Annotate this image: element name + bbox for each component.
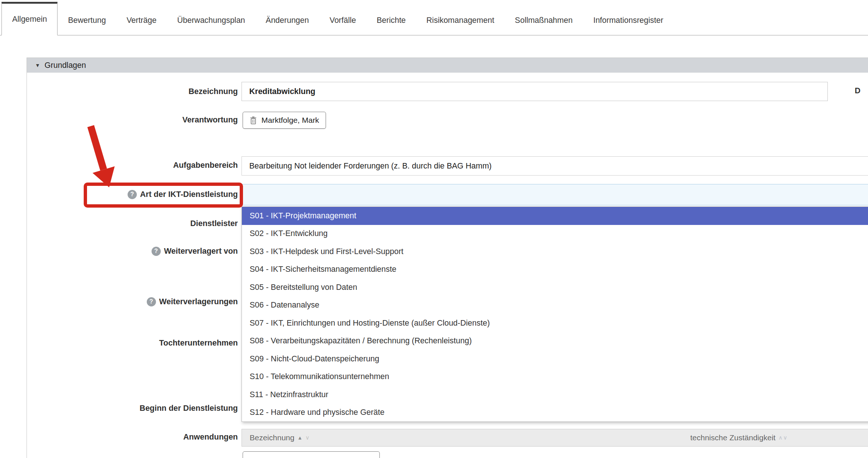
help-icon[interactable]: ?: [152, 247, 161, 256]
grundlagen-section-header[interactable]: ▼ Grundlagen: [27, 58, 868, 73]
screen: Allgemein Bewertung Verträge Überwachung…: [0, 0, 868, 458]
weiterverlagerungen-label: ? Weiterverlagerungen: [76, 296, 238, 307]
aufgabenbereich-input[interactable]: Bearbeitung Not leidender Forderungen (z…: [242, 156, 868, 176]
tab-berichte[interactable]: Berichte: [366, 6, 416, 35]
sort-asc-icon[interactable]: ▲: [297, 435, 302, 441]
verantwortung-chip[interactable]: Marktfolge, Mark: [243, 112, 326, 129]
trash-icon[interactable]: [250, 116, 257, 125]
bezeichnung-label-text: Bezeichnung: [188, 87, 238, 96]
column-header-bezeichnung[interactable]: Bezeichnung ▲ ∨: [242, 433, 309, 442]
anwendungen-label-text: Anwendungen: [183, 433, 238, 442]
dropdown-option[interactable]: S11 - Netzinfrastruktur: [242, 386, 868, 404]
dropdown-option[interactable]: S10 - Telekommunikationsunternehmen: [242, 368, 868, 386]
column-header-label: technische Zuständigkeit: [690, 433, 775, 442]
tab-vertraege[interactable]: Verträge: [116, 6, 167, 35]
tochterunternehmen-label-text: Tochterunternehmen: [159, 339, 238, 348]
verantwortung-label: Verantwortung: [76, 115, 238, 125]
tab-bar: Allgemein Bewertung Verträge Überwachung…: [0, 0, 868, 35]
art-ikt-label-text: Art der IKT-Dienstleistung: [140, 190, 238, 199]
bezeichnung-label: Bezeichnung: [76, 86, 238, 97]
beginn-der-dienstleistung-label: Beginn der Dienstleistung: [76, 403, 238, 413]
dienstleister-label-text: Dienstleister: [190, 219, 238, 228]
collapse-triangle-icon: ▼: [35, 62, 40, 68]
tochterunternehmen-label: Tochterunternehmen: [76, 338, 238, 348]
anwendungen-label: Anwendungen: [76, 432, 238, 442]
dropdown-option[interactable]: S05 - Bereitstellung von Daten: [242, 278, 868, 296]
bezeichnung-input[interactable]: [242, 82, 828, 101]
dropdown-option[interactable]: S12 - Hardware und physische Geräte: [242, 404, 868, 422]
dropdown-option[interactable]: S03 - IKT-Helpdesk und First-Level-Suppo…: [242, 243, 868, 261]
tab-ueberwachungsplan[interactable]: Überwachungsplan: [167, 6, 256, 35]
partial-chip[interactable]: [243, 451, 380, 458]
chip-label: Marktfolge, Mark: [261, 116, 319, 125]
dropdown-option[interactable]: S07 - IKT, Einrichtungen und Hosting-Die…: [242, 314, 868, 332]
art-ikt-dropdown: S01 - IKT-Projektmanagement S02 - IKT-En…: [242, 207, 868, 422]
tab-vorfaelle[interactable]: Vorfälle: [319, 6, 367, 35]
help-icon[interactable]: ?: [147, 297, 156, 306]
weiterverlagert-von-label-text: Weiterverlagert von: [164, 247, 238, 256]
verantwortung-label-text: Verantwortung: [182, 115, 238, 125]
aufgabenbereich-label-text: Aufgabenbereich: [173, 161, 238, 170]
anwendungen-table-header: Bezeichnung ▲ ∨ technische Zuständigkeit…: [242, 429, 868, 447]
tab-risikomanagement[interactable]: Risikomanagement: [416, 6, 504, 35]
tab-sollmassnahmen[interactable]: Sollmaßnahmen: [504, 6, 583, 35]
aufgabenbereich-label: Aufgabenbereich: [76, 160, 238, 170]
dropdown-option[interactable]: S06 - Datenanalyse: [242, 296, 868, 315]
weiterverlagerungen-label-text: Weiterverlagerungen: [159, 297, 238, 306]
dropdown-option[interactable]: S01 - IKT-Projektmanagement: [242, 207, 868, 225]
sort-desc-icon[interactable]: ∨: [305, 434, 309, 441]
dienstleister-label: Dienstleister: [76, 218, 238, 229]
dropdown-option[interactable]: S04 - IKT-Sicherheitsmanagementdienste: [242, 261, 868, 279]
help-icon[interactable]: ?: [128, 190, 137, 199]
art-ikt-label: ? Art der IKT-Dienstleistung: [76, 189, 238, 199]
weiterverlagert-von-label: ? Weiterverlagert von: [76, 246, 238, 256]
column-header-label: Bezeichnung: [250, 433, 294, 442]
truncated-right-column-label: D: [855, 86, 861, 96]
section-title: Grundlagen: [45, 61, 86, 70]
tab-aenderungen[interactable]: Änderungen: [256, 6, 319, 35]
art-ikt-combobox-input[interactable]: [242, 184, 868, 205]
tab-bewertung[interactable]: Bewertung: [58, 6, 116, 35]
dropdown-option[interactable]: S08 - Verarbeitungskapazitäten / Berechn…: [242, 332, 868, 350]
dropdown-option[interactable]: S09 - Nicht-Cloud-Datenspeicherung: [242, 350, 868, 368]
tab-informationsregister[interactable]: Informationsregister: [583, 6, 674, 35]
tab-allgemein[interactable]: Allgemein: [1, 2, 58, 35]
column-header-technische-zustaendigkeit[interactable]: technische Zuständigkeit ∧∨: [690, 433, 788, 442]
beginn-label-text: Beginn der Dienstleistung: [140, 404, 238, 413]
sort-unsorted-icon[interactable]: ∧∨: [778, 434, 788, 441]
dropdown-option[interactable]: S02 - IKT-Entwicklung: [242, 225, 868, 243]
